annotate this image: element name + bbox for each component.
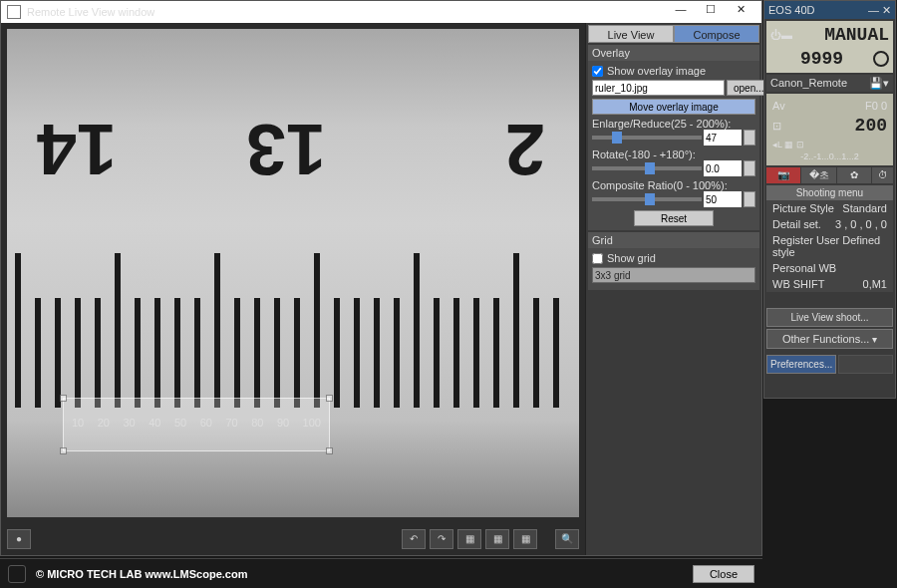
grid-title: Grid <box>588 232 759 248</box>
app-icon <box>7 5 21 19</box>
bottom-bar: © MICRO TECH LAB www.LMScope.com Close <box>0 558 762 588</box>
grid-type-select <box>592 267 755 283</box>
camera-model: EOS 40D <box>768 4 814 16</box>
tool-button-3[interactable]: ▦ <box>513 529 537 549</box>
camera-tab-tools[interactable]: �초 <box>801 167 835 183</box>
close-button[interactable]: ✕ <box>726 3 755 21</box>
camera-lcd-exposure: AvF0 0 ⊡200 ◂L ▦ ⊡ -2..-1...0...1...2 <box>766 94 893 165</box>
shots-remaining: 9999 <box>800 49 843 69</box>
menu-row[interactable]: Picture StyleStandard <box>766 200 893 216</box>
rotate-label: Rotate(-180 - +180°): <box>592 148 755 160</box>
overlay-file-input[interactable] <box>592 80 725 96</box>
enlarge-label: Enlarge/Reduce(25 - 200%): <box>592 118 755 130</box>
remote-live-view-window: Remote Live View window — ☐ ✕ 14 13 2 10… <box>0 0 762 556</box>
live-view-area: 14 13 2 102030405060708090100 ● ↶ ↷ ▦ ▦ <box>1 23 585 555</box>
overlay-section: Overlay Show overlay image open... Move … <box>588 45 759 230</box>
resize-handle[interactable] <box>326 447 333 454</box>
composite-value[interactable]: 50 <box>704 191 742 207</box>
exposure-scale: -2..-1...0...1...2 <box>770 151 889 161</box>
tool-button-1[interactable]: ▦ <box>457 529 481 549</box>
record-indicator[interactable] <box>8 565 26 583</box>
camera-tab-timer[interactable]: ⏱ <box>872 167 893 183</box>
save-icon[interactable]: 💾▾ <box>869 77 889 90</box>
grid-section: Grid Show grid <box>588 232 759 290</box>
overlay-title: Overlay <box>588 45 759 61</box>
enlarge-value[interactable]: 47 <box>704 130 742 146</box>
window-title: Remote Live View window <box>27 6 154 18</box>
composite-spinner[interactable] <box>744 191 755 207</box>
zoom-button[interactable]: 🔍 <box>555 529 579 549</box>
menu-row[interactable]: WB SHIFT0,M1 <box>766 276 893 292</box>
menu-row[interactable]: Register User Defined style <box>766 232 893 260</box>
av-label: Av <box>772 100 785 112</box>
resize-handle[interactable] <box>326 395 333 402</box>
ruler-marks <box>7 223 579 408</box>
composite-slider[interactable] <box>592 197 702 201</box>
rotate-slider[interactable] <box>592 166 702 170</box>
preferences-button[interactable]: Preferences... <box>766 355 836 374</box>
camera-tab-row: 📷 �초 ✿ ⏱ <box>766 167 893 183</box>
camera-lcd-top: ⏻▬MANUAL 9999 <box>766 21 893 73</box>
composite-label: Composite Ratio(0 - 100%): <box>592 179 755 191</box>
camera-titlebar[interactable]: EOS 40D — ✕ <box>764 1 895 19</box>
ruler-number: 13 <box>246 109 326 190</box>
close-window-button[interactable]: Close <box>693 565 754 583</box>
copyright-text: © MICRO TECH LAB www.LMScope.com <box>36 568 247 580</box>
rotate-spinner[interactable] <box>744 160 755 176</box>
tab-compose[interactable]: Compose <box>674 25 759 43</box>
camera-control-window: EOS 40D — ✕ ⏻▬MANUAL 9999 Canon_Remote💾▾… <box>763 0 896 399</box>
enlarge-spinner[interactable] <box>744 130 755 146</box>
minimize-button[interactable]: — <box>666 3 696 21</box>
menu-row[interactable]: Personal WB <box>766 260 893 276</box>
dial-icon[interactable] <box>873 51 889 67</box>
tool-button-2[interactable]: ▦ <box>485 529 509 549</box>
settings-panel: Live View Compose Overlay Show overlay i… <box>585 23 761 555</box>
live-image[interactable]: 14 13 2 102030405060708090100 <box>7 29 579 517</box>
live-view-shoot-button[interactable]: Live View shoot... <box>766 308 893 327</box>
mode-display: MANUAL <box>824 25 889 45</box>
iso-value: 200 <box>855 116 887 136</box>
shooting-menu-header: Shooting menu <box>766 185 893 200</box>
maximize-button[interactable]: ☐ <box>696 3 726 21</box>
enlarge-slider[interactable] <box>592 136 702 140</box>
record-button[interactable]: ● <box>7 529 31 549</box>
disabled-button <box>838 355 893 374</box>
resize-handle[interactable] <box>60 447 67 454</box>
bracket-icon: ⊡ <box>772 120 781 133</box>
main-titlebar[interactable]: Remote Live View window — ☐ ✕ <box>1 1 761 23</box>
menu-row[interactable]: Detail set.3 , 0 , 0 , 0 <box>766 216 893 232</box>
profile-row[interactable]: Canon_Remote💾▾ <box>766 75 893 92</box>
other-functions-button[interactable]: Other Functions... ▾ <box>766 329 893 349</box>
camera-tab-shoot[interactable]: 📷 <box>766 167 800 183</box>
ruler-number: 14 <box>37 109 117 190</box>
camera-tab-star[interactable]: ✿ <box>837 167 871 183</box>
move-overlay-button[interactable]: Move overlay image <box>592 99 755 115</box>
rotate-value[interactable]: 0.0 <box>704 160 742 176</box>
aperture-value: F0 0 <box>865 100 887 112</box>
overlay-tick-labels: 102030405060708090100 <box>72 417 321 429</box>
resize-handle[interactable] <box>60 395 67 402</box>
reset-button[interactable]: Reset <box>634 210 714 226</box>
ruler-number: 2 <box>505 109 545 190</box>
view-toolbar: ● ↶ ↷ ▦ ▦ ▦ 🔍 <box>7 527 579 551</box>
show-overlay-checkbox[interactable]: Show overlay image <box>592 65 755 77</box>
overlay-ruler-image[interactable]: 102030405060708090100 <box>63 398 330 451</box>
tab-live-view[interactable]: Live View <box>588 25 674 43</box>
rotate-cw-button[interactable]: ↷ <box>430 529 453 549</box>
power-icon: ⏻▬ <box>770 29 792 41</box>
show-grid-checkbox[interactable]: Show grid <box>592 252 755 264</box>
rotate-ccw-button[interactable]: ↶ <box>402 529 426 549</box>
